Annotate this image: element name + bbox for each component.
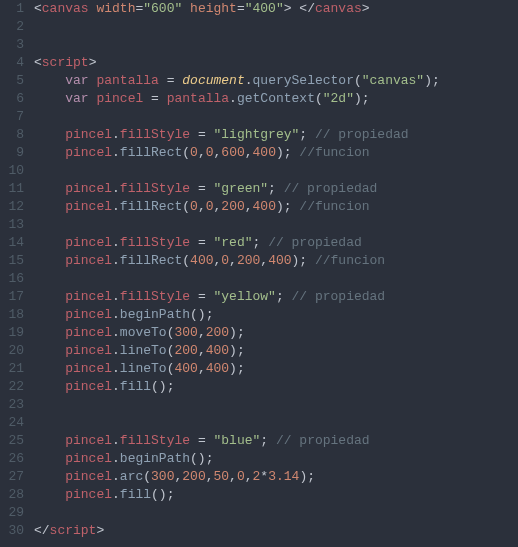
code-line[interactable]: pincel.fillRect(0,0,200,400); //funcion bbox=[34, 198, 518, 216]
token-punc: . bbox=[112, 325, 120, 340]
code-line[interactable]: <canvas width="600" height="400"> </canv… bbox=[34, 0, 518, 18]
token-punc bbox=[34, 469, 65, 484]
token-punc bbox=[34, 253, 65, 268]
code-line[interactable]: pincel.lineTo(400,400); bbox=[34, 360, 518, 378]
token-punc: . bbox=[229, 91, 237, 106]
code-line[interactable]: </script> bbox=[34, 522, 518, 540]
line-number: 22 bbox=[0, 378, 24, 396]
token-str: "600" bbox=[143, 1, 182, 16]
line-number: 3 bbox=[0, 36, 24, 54]
code-line[interactable] bbox=[34, 414, 518, 432]
code-line[interactable] bbox=[34, 270, 518, 288]
token-var: pincel bbox=[96, 91, 143, 106]
token-punc: , bbox=[198, 325, 206, 340]
token-punc: ; bbox=[268, 181, 284, 196]
line-number: 15 bbox=[0, 252, 24, 270]
line-number: 13 bbox=[0, 216, 24, 234]
code-line[interactable] bbox=[34, 108, 518, 126]
token-punc: ( bbox=[182, 253, 190, 268]
token-punc: ; bbox=[260, 433, 276, 448]
token-num: 0 bbox=[206, 145, 214, 160]
token-punc bbox=[190, 235, 198, 250]
token-punc: ; bbox=[253, 235, 269, 250]
code-line[interactable]: pincel.fillStyle = "lightgrey"; // propi… bbox=[34, 126, 518, 144]
code-line[interactable]: pincel.fillStyle = "red"; // propiedad bbox=[34, 234, 518, 252]
code-line[interactable]: pincel.beginPath(); bbox=[34, 306, 518, 324]
token-comment: //funcion bbox=[299, 145, 369, 160]
token-punc bbox=[34, 91, 65, 106]
token-tag: canvas bbox=[315, 1, 362, 16]
token-punc: . bbox=[112, 145, 120, 160]
code-line[interactable]: pincel.fill(); bbox=[34, 378, 518, 396]
code-line[interactable]: var pincel = pantalla.getContext("2d"); bbox=[34, 90, 518, 108]
token-punc bbox=[34, 199, 65, 214]
code-line[interactable]: pincel.fill(); bbox=[34, 486, 518, 504]
token-num: 0 bbox=[190, 145, 198, 160]
line-number: 25 bbox=[0, 432, 24, 450]
code-editor[interactable]: 1234567891011121314151617181920212223242… bbox=[0, 0, 518, 540]
code-line[interactable] bbox=[34, 36, 518, 54]
code-line[interactable] bbox=[34, 18, 518, 36]
token-punc: ( bbox=[315, 91, 323, 106]
token-num: 3.14 bbox=[268, 469, 299, 484]
token-op: = bbox=[198, 181, 206, 196]
token-punc bbox=[34, 325, 65, 340]
token-punc: . bbox=[112, 253, 120, 268]
token-punc: . bbox=[112, 343, 120, 358]
token-punc: , bbox=[198, 343, 206, 358]
code-line[interactable]: pincel.fillStyle = "yellow"; // propieda… bbox=[34, 288, 518, 306]
token-punc: , bbox=[245, 145, 253, 160]
code-line[interactable]: pincel.beginPath(); bbox=[34, 450, 518, 468]
token-comment: // propiedad bbox=[292, 289, 386, 304]
token-op: = bbox=[198, 127, 206, 142]
token-comment: // propiedad bbox=[284, 181, 378, 196]
token-method: getContext bbox=[237, 91, 315, 106]
token-op: = bbox=[198, 433, 206, 448]
token-var: pincel bbox=[65, 253, 112, 268]
token-str: "lightgrey" bbox=[214, 127, 300, 142]
token-var: fillStyle bbox=[120, 127, 190, 142]
token-method: querySelector bbox=[253, 73, 354, 88]
token-var: pantalla bbox=[167, 91, 229, 106]
token-punc: . bbox=[245, 73, 253, 88]
code-line[interactable]: pincel.fillStyle = "green"; // propiedad bbox=[34, 180, 518, 198]
code-line[interactable]: pincel.moveTo(300,200); bbox=[34, 324, 518, 342]
code-line[interactable] bbox=[34, 504, 518, 522]
token-punc bbox=[34, 433, 65, 448]
token-punc: . bbox=[112, 307, 120, 322]
token-num: 300 bbox=[151, 469, 174, 484]
token-kw: var bbox=[65, 73, 88, 88]
code-line[interactable]: <script> bbox=[34, 54, 518, 72]
token-method: moveTo bbox=[120, 325, 167, 340]
token-str: "400" bbox=[245, 1, 284, 16]
token-punc: (); bbox=[190, 451, 213, 466]
line-number: 6 bbox=[0, 90, 24, 108]
line-number: 24 bbox=[0, 414, 24, 432]
code-line[interactable] bbox=[34, 162, 518, 180]
code-line[interactable]: pincel.arc(300,200,50,0,2*3.14); bbox=[34, 468, 518, 486]
token-punc: ( bbox=[182, 145, 190, 160]
token-comment: //funcion bbox=[315, 253, 385, 268]
token-punc: ); bbox=[276, 145, 299, 160]
token-op: = bbox=[198, 235, 206, 250]
token-punc bbox=[190, 181, 198, 196]
line-number: 10 bbox=[0, 162, 24, 180]
line-number: 21 bbox=[0, 360, 24, 378]
code-line[interactable]: pincel.fillRect(400,0,200,400); //funcio… bbox=[34, 252, 518, 270]
code-line[interactable] bbox=[34, 396, 518, 414]
token-comment: // propiedad bbox=[268, 235, 362, 250]
token-num: 50 bbox=[214, 469, 230, 484]
token-method: fillRect bbox=[120, 253, 182, 268]
token-num: 0 bbox=[221, 253, 229, 268]
code-area[interactable]: <canvas width="600" height="400"> </canv… bbox=[34, 0, 518, 540]
token-method: arc bbox=[120, 469, 143, 484]
token-punc: ; bbox=[299, 127, 315, 142]
code-line[interactable] bbox=[34, 216, 518, 234]
token-punc: . bbox=[112, 487, 120, 502]
token-punc: ); bbox=[424, 73, 440, 88]
code-line[interactable]: var pantalla = document.querySelector("c… bbox=[34, 72, 518, 90]
code-line[interactable]: pincel.lineTo(200,400); bbox=[34, 342, 518, 360]
code-line[interactable]: pincel.fillRect(0,0,600,400); //funcion bbox=[34, 144, 518, 162]
code-line[interactable]: pincel.fillStyle = "blue"; // propiedad bbox=[34, 432, 518, 450]
token-tag: canvas bbox=[42, 1, 89, 16]
